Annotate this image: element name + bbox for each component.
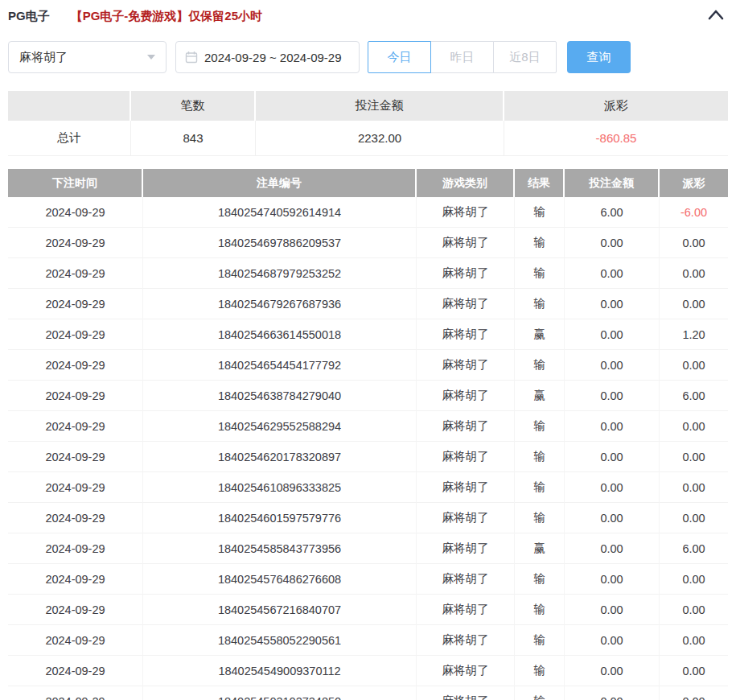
bet-time-cell: 2024-09-29 [8, 472, 143, 503]
game-type-cell: 麻将胡了 [417, 258, 515, 289]
result-cell: 输 [515, 258, 565, 289]
table-row: 2024-09-29 1840254601597579776 麻将胡了 输 0.… [8, 503, 728, 533]
date-range-picker[interactable]: 2024-09-29 ~ 2024-09-29 [175, 41, 360, 73]
payout-cell: 0.00 [660, 625, 728, 656]
table-row: 2024-09-29 1840254697886209537 麻将胡了 输 0.… [8, 228, 728, 258]
bet-time-cell: 2024-09-29 [8, 625, 143, 656]
game-type-cell: 麻将胡了 [417, 625, 515, 656]
calendar-icon [185, 51, 198, 64]
bet-amount-cell: 0.00 [565, 595, 660, 625]
table-row: 2024-09-29 1840254654454177792 麻将胡了 输 0.… [8, 350, 728, 381]
bet-amount-cell: 0.00 [565, 381, 660, 411]
total-count: 843 [131, 121, 256, 156]
payout-cell: 0.00 [660, 595, 728, 625]
result-cell: 输 [515, 228, 565, 258]
game-select[interactable]: 麻将胡了 [8, 41, 167, 73]
bet-amount-cell: 6.00 [565, 197, 660, 228]
yesterday-button[interactable]: 昨日 [430, 41, 494, 73]
bet-time-cell: 2024-09-29 [8, 319, 143, 350]
bet-time-cell: 2024-09-29 [8, 595, 143, 625]
table-row: 2024-09-29 1840254503102734850 麻将胡了 输 0.… [8, 686, 728, 700]
game-type-cell: 麻将胡了 [417, 472, 515, 503]
header-game-type: 游戏类别 [417, 169, 515, 197]
bet-time-cell: 2024-09-29 [8, 350, 143, 381]
bet-id-cell: 1840254576486276608 [143, 564, 417, 595]
game-select-value: 麻将胡了 [19, 50, 68, 65]
result-cell: 输 [515, 289, 565, 319]
date-range-value: 2024-09-29 ~ 2024-09-29 [204, 51, 342, 64]
table-row: 2024-09-29 1840254687979253252 麻将胡了 输 0.… [8, 258, 728, 289]
bet-id-cell: 1840254679267687936 [143, 289, 417, 319]
payout-cell: 1.20 [660, 319, 728, 350]
table-row: 2024-09-29 1840254740592614914 麻将胡了 输 6.… [8, 197, 728, 228]
result-cell: 输 [515, 564, 565, 595]
result-cell: 输 [515, 411, 565, 442]
bet-id-cell: 1840254663614550018 [143, 319, 417, 350]
table-row: 2024-09-29 1840254576486276608 麻将胡了 输 0.… [8, 564, 728, 595]
payout-cell: 0.00 [660, 411, 728, 442]
bet-id-cell: 1840254567216840707 [143, 595, 417, 625]
bet-amount-cell: 0.00 [565, 686, 660, 700]
summary-header-bet-amount: 投注金额 [256, 91, 504, 121]
table-row: 2024-09-29 1840254638784279040 麻将胡了 赢 0.… [8, 381, 728, 411]
game-type-cell: 麻将胡了 [417, 656, 515, 686]
summary-total-row: 总计 843 2232.00 -860.85 [8, 121, 728, 156]
bet-amount-cell: 0.00 [565, 289, 660, 319]
game-type-cell: 麻将胡了 [417, 533, 515, 564]
bet-amount-cell: 0.00 [565, 319, 660, 350]
payout-cell: 0.00 [660, 442, 728, 472]
summary-table: 笔数 投注金额 派彩 总计 843 2232.00 -860.85 [8, 91, 728, 156]
game-type-cell: 麻将胡了 [417, 381, 515, 411]
bet-id-cell: 1840254620178320897 [143, 442, 417, 472]
bet-amount-cell: 0.00 [565, 228, 660, 258]
quick-filter-group: 今日 昨日 近8日 [368, 41, 557, 73]
table-row: 2024-09-29 1840254549009370112 麻将胡了 输 0.… [8, 656, 728, 686]
bet-id-cell: 1840254601597579776 [143, 503, 417, 533]
today-button[interactable]: 今日 [368, 41, 431, 73]
bet-id-cell: 1840254549009370112 [143, 656, 417, 686]
bet-time-cell: 2024-09-29 [8, 656, 143, 686]
game-type-cell: 麻将胡了 [417, 595, 515, 625]
game-type-cell: 麻将胡了 [417, 442, 515, 472]
result-cell: 输 [515, 686, 565, 700]
game-type-cell: 麻将胡了 [417, 228, 515, 258]
table-row: 2024-09-29 1840254663614550018 麻将胡了 赢 0.… [8, 319, 728, 350]
result-cell: 输 [515, 197, 565, 228]
result-cell: 赢 [515, 381, 565, 411]
game-type-cell: 麻将胡了 [417, 686, 515, 700]
bet-amount-cell: 0.00 [565, 656, 660, 686]
query-button[interactable]: 查询 [567, 41, 631, 73]
summary-header-payout: 派彩 [504, 91, 728, 121]
records-header-row: 下注时间 注单编号 游戏类别 结果 投注金额 派彩 [8, 169, 728, 197]
result-cell: 输 [515, 350, 565, 381]
game-type-cell: 麻将胡了 [417, 564, 515, 595]
filter-bar: 麻将胡了 2024-09-29 ~ 2024-09-29 今日 昨日 近8日 查… [8, 41, 728, 73]
total-payout: -860.85 [504, 121, 728, 156]
result-cell: 赢 [515, 533, 565, 564]
summary-header-blank [8, 91, 131, 121]
bet-time-cell: 2024-09-29 [8, 381, 143, 411]
records-table: 下注时间 注单编号 游戏类别 结果 投注金额 派彩 2024-09-29 184… [8, 169, 728, 700]
bet-amount-cell: 0.00 [565, 564, 660, 595]
bet-amount-cell: 0.00 [565, 503, 660, 533]
notice-text: 【PG电子-免费游戏】仅保留25小时 [71, 9, 262, 24]
result-cell: 输 [515, 472, 565, 503]
collapse-button[interactable] [707, 9, 725, 24]
header-bet-time: 下注时间 [8, 169, 143, 197]
total-label: 总计 [8, 121, 131, 156]
result-cell: 输 [515, 503, 565, 533]
result-cell: 赢 [515, 319, 565, 350]
panel-header: PG电子 【PG电子-免费游戏】仅保留25小时 [0, 0, 736, 24]
game-type-cell: 麻将胡了 [417, 197, 515, 228]
bet-time-cell: 2024-09-29 [8, 564, 143, 595]
bet-time-cell: 2024-09-29 [8, 442, 143, 472]
bet-id-cell: 1840254697886209537 [143, 228, 417, 258]
payout-cell: 0.00 [660, 289, 728, 319]
game-type-cell: 麻将胡了 [417, 319, 515, 350]
last-8-days-button[interactable]: 近8日 [493, 41, 557, 73]
game-type-cell: 麻将胡了 [417, 350, 515, 381]
chevron-up-icon [707, 9, 725, 24]
table-row: 2024-09-29 1840254585843773956 麻将胡了 赢 0.… [8, 533, 728, 564]
payout-cell: 0.00 [660, 472, 728, 503]
table-row: 2024-09-29 1840254558052290561 麻将胡了 输 0.… [8, 625, 728, 656]
